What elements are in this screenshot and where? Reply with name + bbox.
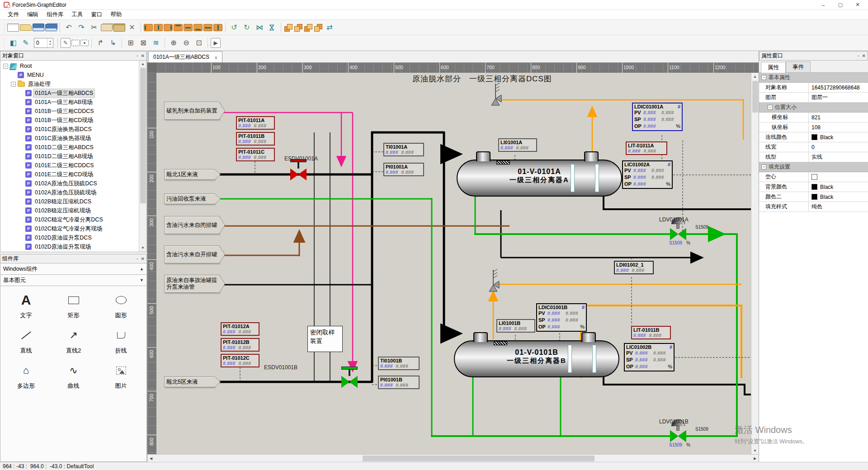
tree-item[interactable]: P0101A一级三相ABDCS	[0, 89, 139, 98]
tree-item[interactable]: P0102C稳定气冷凝分离DCS	[0, 215, 139, 224]
tab-properties[interactable]: 属性	[761, 62, 786, 73]
scroll-down-icon[interactable]: ▼	[751, 447, 759, 454]
scroll-thumb[interactable]	[752, 81, 758, 113]
rotate-left-90-icon[interactable]: ↺	[228, 22, 240, 33]
menu-帮助[interactable]: 帮助	[107, 10, 126, 19]
open-file-icon[interactable]	[20, 24, 32, 31]
tree-item[interactable]: P0101B一级三相CD现场	[0, 116, 139, 125]
bring-to-front-icon[interactable]	[284, 24, 293, 32]
copy-icon[interactable]	[101, 24, 113, 31]
property-value[interactable]: 纯色	[809, 202, 868, 212]
valve-LDV01001A[interactable]	[670, 228, 686, 240]
property-value[interactable]: 108	[809, 122, 868, 132]
menu-文件[interactable]: 文件	[4, 10, 23, 19]
scroll-right-icon[interactable]: ▶	[751, 455, 759, 462]
menu-窗口[interactable]: 窗口	[87, 10, 107, 19]
zoom-fit-icon[interactable]: ⊡	[193, 37, 205, 49]
zoom-in-icon[interactable]: ⊕	[168, 37, 179, 49]
align-center-icon[interactable]	[154, 24, 163, 31]
palette-polyline[interactable]: 折线	[97, 328, 145, 355]
ungroup-icon[interactable]	[314, 24, 323, 32]
canvas-horizontal-scrollbar[interactable]: ◀ ▶	[147, 454, 759, 462]
run-script-icon[interactable]: ▶	[211, 38, 221, 48]
drawing-canvas[interactable]: 破乳剂来自加药装置顺北1区来液污油回收泵来液含油污水来自闭排罐含油污水来自开排罐…	[156, 73, 751, 454]
property-value[interactable]: Black	[809, 182, 868, 192]
maximize-button[interactable]: ▢	[832, 0, 849, 9]
tree-item[interactable]: P0102B稳定压缩机DCS	[0, 197, 139, 206]
transform-icon[interactable]: ⇄	[324, 22, 335, 33]
select-area-icon[interactable]	[71, 40, 80, 46]
tree-item[interactable]: P0102B稳定压缩机现场	[0, 206, 139, 215]
save-icon[interactable]	[33, 24, 44, 31]
align-right-icon[interactable]	[164, 24, 173, 31]
checkbox[interactable]	[811, 174, 817, 180]
tree-item[interactable]: P0102C稳定气冷凝分离现场	[0, 224, 139, 233]
palette-line2[interactable]: ↗直线2	[50, 328, 97, 355]
line-width-input[interactable]	[34, 38, 47, 47]
rotate-area-icon[interactable]	[80, 40, 89, 46]
property-value[interactable]: Black	[809, 132, 868, 142]
library-section-basic[interactable]: 基本图元 ▼	[0, 275, 147, 286]
rotate-right-90-icon[interactable]: ↻	[241, 22, 253, 33]
same-width-icon[interactable]	[203, 24, 212, 31]
property-row[interactable]: 空心	[759, 172, 868, 182]
tree-item[interactable]: P0101C原油换热器现场	[0, 134, 139, 143]
palette-ellipse[interactable]: 圆形	[97, 292, 145, 320]
fill-color-icon[interactable]: ◧	[7, 37, 19, 49]
flip-horizontal-icon[interactable]: ⋈	[254, 22, 265, 33]
property-group[interactable]: −基本属性	[759, 73, 868, 83]
property-row[interactable]: 图层图层一	[759, 93, 868, 103]
property-value[interactable]: 1645172890668648	[809, 83, 868, 92]
tree-item[interactable]: P0102D原油提升泵现场	[0, 242, 139, 251]
tree-item[interactable]: P0101D二级三相AB现场	[0, 152, 139, 161]
collapse-arrow-icon[interactable]: ▼	[140, 278, 144, 282]
scroll-thumb[interactable]	[140, 68, 146, 203]
scroll-up-icon[interactable]: ▲	[751, 73, 759, 80]
collapse-icon[interactable]: −	[761, 164, 766, 169]
property-group[interactable]: −填充设置	[759, 162, 868, 172]
tree-item[interactable]: P0103混烃处理DCS	[0, 251, 139, 252]
tree-item[interactable]: P0102A原油负压脱硫DCS	[0, 179, 139, 188]
palette-rect[interactable]: 矩形	[50, 292, 97, 320]
spinner-arrows[interactable]: ▲▼	[47, 38, 53, 47]
tree-item[interactable]: P0101E二级三相CDDCS	[0, 161, 139, 170]
toolbar-grip[interactable]	[3, 23, 5, 33]
collapse-arrow-icon[interactable]: ▲	[140, 267, 144, 271]
align-middle-icon[interactable]	[184, 24, 193, 31]
tree-item[interactable]: PMENU	[0, 70, 139, 80]
property-value[interactable]: 实线	[809, 152, 868, 162]
tree-folder[interactable]: −原油处理	[0, 80, 139, 89]
property-row[interactable]: 对象名称1645172890668648	[759, 83, 868, 93]
document-tab[interactable]: 0101A一级三相ABDCS x	[148, 51, 222, 62]
palette-line[interactable]: 直线	[2, 328, 50, 355]
float-panel-icon[interactable]: ▫	[137, 53, 138, 58]
float-panel-icon[interactable]: ▫	[137, 256, 138, 261]
close-panel-icon[interactable]: ✕	[862, 53, 866, 58]
scroll-left-icon[interactable]: ◀	[147, 455, 155, 462]
snap-grid-icon[interactable]: ⊞	[125, 37, 137, 49]
group-icon[interactable]	[304, 24, 313, 32]
tree-item[interactable]: P0101C原油换热器DCS	[0, 125, 139, 134]
property-value[interactable]: 0	[809, 142, 868, 152]
property-value[interactable]: 图层一	[809, 93, 868, 102]
valve-ESDV01001A[interactable]	[290, 169, 307, 180]
tree-item[interactable]: P0101E二级三相CD现场	[0, 170, 139, 179]
undo-icon[interactable]: ↶	[63, 22, 75, 33]
library-section-windows[interactable]: Windows组件 ▲	[0, 263, 147, 275]
palette-polygon[interactable]: ⌂多边形	[2, 363, 50, 390]
property-group[interactable]: −位置大小	[759, 103, 868, 113]
property-row[interactable]: 线宽0	[759, 142, 868, 152]
property-row[interactable]: 横坐标821	[759, 113, 868, 122]
property-row[interactable]: 线型实线	[759, 152, 868, 162]
valve-LDV01001B[interactable]	[670, 430, 686, 442]
close-button[interactable]: ✕	[849, 0, 866, 9]
line-color-icon[interactable]: ✎	[20, 37, 32, 49]
align-bottom-icon[interactable]	[193, 24, 203, 31]
delete-icon[interactable]: ✕	[126, 22, 138, 33]
tree-item[interactable]: P0102A原油负压脱硫现场	[0, 188, 139, 197]
scroll-down-icon[interactable]: ▼	[141, 244, 145, 252]
same-height-icon[interactable]	[213, 24, 222, 31]
property-row[interactable]: 颜色二Black	[759, 192, 868, 202]
property-row[interactable]: 填充样式纯色	[759, 202, 868, 212]
import-shape-icon[interactable]: ↳	[107, 37, 119, 49]
